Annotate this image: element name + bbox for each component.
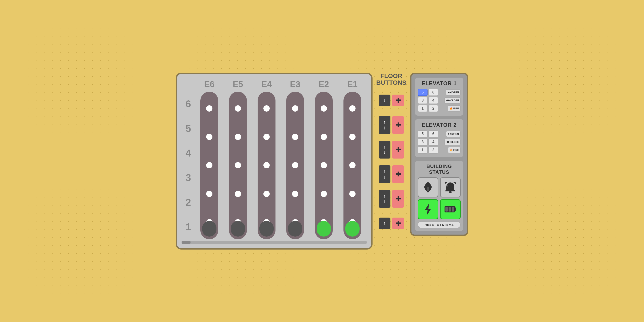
elevator2-row3: 1 2 🔥 FIRE (418, 146, 461, 154)
elevator-header-e2: E2 (310, 80, 338, 92)
dot-e2-4 (321, 162, 327, 168)
alarm-icon (444, 181, 457, 194)
elevator1-floor4-btn[interactable]: 4 (428, 97, 438, 104)
dot-e4-4 (264, 162, 270, 168)
elevator1-floor5-btn[interactable]: 5 (418, 89, 428, 96)
floor-corner (182, 80, 195, 92)
building-status-title: BUILDING STATUS (418, 164, 461, 175)
floor-add-btn-1[interactable]: ✚ (392, 218, 404, 229)
elevator2-floor5-btn[interactable]: 5 (418, 130, 428, 138)
elevator1-nums-row1: 5 6 (418, 89, 438, 96)
elevator-header-e5: E5 (224, 80, 252, 92)
battery-icon (444, 202, 457, 216)
elevator1-close-btn[interactable]: ◀▶ CLOSE (444, 97, 461, 104)
car-e1 (345, 221, 360, 236)
elevator2-floor4-btn[interactable]: 4 (428, 138, 438, 146)
floor-add-btn-5[interactable]: ✚ (392, 116, 404, 134)
floor-updown-btn-4[interactable]: ↑ ↓ (379, 141, 390, 158)
floor-buttons-label: FLOORBUTTONS (376, 73, 406, 86)
floor-add-btn-6[interactable]: ✚ (392, 94, 404, 106)
car-e6 (202, 221, 216, 236)
dot-e4-5 (264, 134, 270, 140)
floor-add-btn-2[interactable]: ✚ (392, 190, 404, 208)
elevator2-floor1-btn[interactable]: 1 (418, 146, 428, 154)
floor-add-btn-4[interactable]: ✚ (392, 141, 404, 158)
elevator1-section: ELEVATOR 1 5 6 ▶◀ OPEN 3 4 (415, 78, 463, 116)
elevator1-floor1-btn[interactable]: 1 (418, 105, 428, 112)
elevator1-fire-btn[interactable]: 🔥 FIRE (448, 105, 461, 112)
car-e2 (317, 221, 331, 236)
floor-btn-row-3: ↑ ↓ ✚ (379, 162, 404, 186)
floor-label-1: 1 (182, 215, 195, 239)
down-arrow-icon: ↓ (384, 98, 386, 103)
up-arrow-icon-3: ↑ (384, 169, 386, 174)
fire-status-btn[interactable] (418, 177, 438, 198)
dot-e1-6 (349, 105, 356, 112)
floor-updown-btn-3[interactable]: ↑ ↓ (379, 165, 390, 183)
elevator2-floor2-btn[interactable]: 2 (428, 146, 438, 154)
down-arrow-icon-4: ↓ (384, 150, 386, 155)
up-arrow-icon-1: ↑ (384, 221, 386, 226)
down-arrow-icon-3: ↓ (384, 174, 386, 179)
power-status-btn[interactable] (418, 199, 438, 219)
elevator2-fire-btn[interactable]: 🔥 FIRE (448, 147, 461, 153)
dot-e2-3 (321, 191, 327, 197)
shaft-e6 (200, 92, 218, 239)
elevator1-floor2-btn[interactable]: 2 (428, 105, 438, 112)
reset-systems-btn[interactable]: RESET SYSTEMS (418, 221, 461, 228)
elevator2-close-btn[interactable]: ◀▶ CLOSE (444, 139, 461, 145)
fire-label: FIRE (453, 107, 459, 110)
elevator-header-e4: E4 (252, 80, 281, 92)
elevator1-open-btn[interactable]: ▶◀ OPEN (446, 89, 461, 96)
elevator1-floor3-btn[interactable]: 3 (418, 97, 428, 104)
floor-btn-row-4: ↑ ↓ ✚ (379, 137, 404, 162)
floor-label-6: 6 (182, 92, 195, 116)
floor-updown-btn-2[interactable]: ↑ ↓ (379, 190, 390, 208)
dot-e5-3 (235, 191, 241, 197)
floor-add-btn-3[interactable]: ✚ (392, 165, 404, 183)
scrollbar-thumb[interactable] (182, 241, 190, 244)
dot-e1-3 (349, 191, 356, 197)
elevator2-nums-row1: 5 6 (418, 130, 438, 138)
elevator2-section: ELEVATOR 2 5 6 ▶◀ OPEN 3 4 (415, 119, 463, 157)
elevator2-open-btn[interactable]: ▶◀ OPEN (446, 131, 461, 137)
elevator2-row2: 3 4 ◀▶ CLOSE (418, 138, 461, 146)
floor-down-btn-6[interactable]: ↓ (379, 94, 390, 106)
floor-updown-btn-5[interactable]: ↑ ↓ (379, 116, 390, 134)
dot-e5-4 (235, 162, 241, 168)
dot-e6-5 (206, 134, 212, 140)
floor-buttons-panel: FLOORBUTTONS ↓ ✚ ↑ ↓ ✚ ↑ ↓ ✚ (378, 73, 405, 236)
close-label: CLOSE (450, 99, 459, 102)
shaft-e2 (315, 92, 333, 239)
battery-status-btn[interactable] (440, 199, 461, 219)
floor-label-4: 4 (182, 141, 195, 166)
dot-e3-5 (292, 134, 298, 140)
open-door-icon: ▶◀ (448, 91, 451, 94)
floor-label-2: 2 (182, 190, 195, 215)
elevator2-floor3-btn[interactable]: 3 (418, 138, 428, 146)
elevator1-floor6-btn[interactable]: 6 (428, 89, 438, 96)
elevator2-nums-row3: 1 2 (418, 146, 438, 154)
open-door-icon-e2: ▶◀ (448, 132, 451, 135)
floor-label-3: 3 (182, 166, 195, 190)
shaft-e1 (344, 92, 361, 239)
floor-up-btn-1[interactable]: ↑ (379, 218, 390, 229)
right-panel: ELEVATOR 1 5 6 ▶◀ OPEN 3 4 (410, 73, 468, 236)
up-arrow-icon-5: ↑ (384, 120, 386, 125)
elevator2-title: ELEVATOR 2 (418, 122, 461, 128)
shaft-e5 (229, 92, 247, 239)
floor-label-5: 5 (182, 116, 195, 141)
car-e5 (231, 221, 245, 236)
close-door-icon-e2: ◀▶ (446, 140, 450, 143)
elevator2-floor6-btn[interactable]: 6 (428, 130, 438, 138)
down-arrow-icon-2: ↓ (384, 199, 386, 204)
elevator1-row1: 5 6 ▶◀ OPEN (418, 89, 461, 96)
dot-e2-6 (321, 105, 327, 112)
floor-btn-row-1: ↑ ✚ (379, 211, 404, 236)
car-e4 (260, 221, 274, 236)
scrollbar[interactable] (182, 241, 367, 244)
main-container: E6 E5 E4 E3 E2 E1 6 (176, 73, 468, 250)
alarm-status-btn[interactable] (440, 177, 461, 198)
building-status-section: BUILDING STATUS (415, 161, 463, 231)
floor-btn-row-2: ↑ ↓ ✚ (379, 186, 404, 211)
